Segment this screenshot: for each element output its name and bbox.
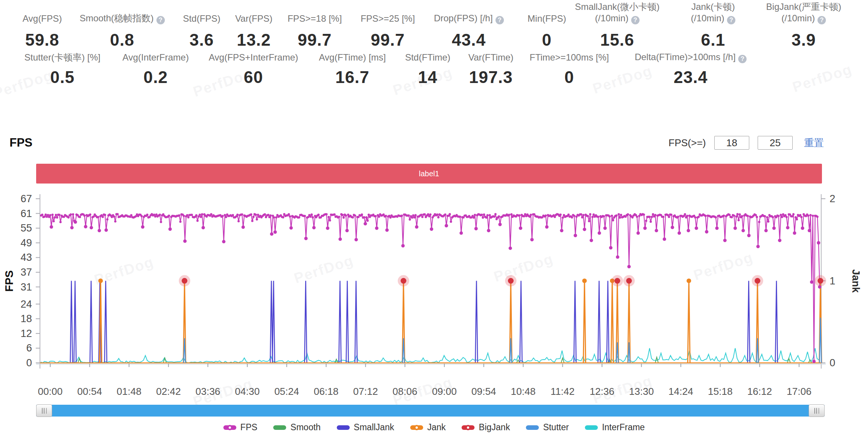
scrollbar-right-handle[interactable] — [809, 404, 825, 417]
metric-value: 16.7 — [319, 68, 386, 87]
metric-item: Avg(FTime) [ms]16.7 — [319, 52, 386, 87]
legend-item-interframe[interactable]: InterFrame — [585, 422, 645, 433]
legend-marker — [585, 425, 598, 430]
metrics-panel: Avg(FPS)59.8Smooth(稳帧指数)?0.8Std(FPS)3.6V… — [0, 0, 868, 95]
svg-text:0: 0 — [26, 357, 32, 369]
metric-label: Var(FTime) — [468, 52, 514, 63]
help-icon[interactable]: ? — [738, 55, 747, 63]
metric-label: Avg(FPS+InterFrame) — [209, 52, 298, 63]
svg-text:15:18: 15:18 — [708, 386, 733, 397]
reset-link[interactable]: 重置 — [804, 136, 824, 150]
metric-value: 43.4 — [434, 30, 504, 49]
label-banner-text: label1 — [419, 169, 439, 178]
metric-item: Min(FPS)0 — [527, 0, 566, 49]
help-icon[interactable]: ? — [818, 16, 826, 24]
svg-text:12: 12 — [21, 328, 32, 339]
chart-legend: FPSSmoothSmallJankJankBigJankStutterInte… — [0, 422, 868, 433]
svg-text:49: 49 — [21, 237, 32, 249]
chart-title: FPS — [10, 136, 32, 150]
help-icon[interactable]: ? — [631, 16, 640, 24]
metric-value: 197.3 — [468, 68, 514, 87]
metric-value: 0 — [530, 68, 609, 87]
svg-text:00:00: 00:00 — [38, 386, 62, 397]
metric-label: Std(FPS) — [183, 13, 221, 24]
metric-value: 59.8 — [22, 30, 62, 49]
metric-value: 0 — [527, 30, 566, 49]
fps-threshold-input-2[interactable] — [758, 136, 793, 150]
legend-label: BigJank — [479, 422, 510, 433]
metric-value: 60 — [209, 68, 298, 87]
label-banner[interactable]: label1 — [36, 164, 822, 184]
scrollbar-left-handle[interactable] — [36, 404, 52, 417]
legend-marker — [526, 425, 539, 430]
metric-item: BigJank(严重卡顿)(/10min)?3.9 — [766, 0, 841, 49]
legend-item-smalljank[interactable]: SmallJank — [337, 422, 394, 433]
metric-value: 3.6 — [183, 30, 221, 49]
legend-label: Smooth — [290, 422, 320, 433]
metric-value: 23.4 — [635, 68, 747, 87]
chart-section-bar: FPS FPS(>=) 重置 — [0, 133, 868, 152]
svg-text:31: 31 — [21, 281, 32, 293]
svg-text:10:48: 10:48 — [511, 386, 535, 397]
help-icon[interactable]: ? — [727, 16, 736, 24]
fps-jank-chart[interactable]: 676155494337312418126021000:0000:5401:48… — [0, 188, 868, 401]
metric-item: Delta(FTime)>100ms [/h]?23.4 — [635, 52, 747, 87]
smalljank-series — [40, 281, 821, 363]
help-icon[interactable]: ? — [495, 16, 504, 24]
metric-value: 0.2 — [123, 68, 189, 87]
svg-text:17:06: 17:06 — [787, 386, 811, 397]
legend-item-fps[interactable]: FPS — [223, 422, 258, 433]
metric-value: 14 — [405, 68, 450, 87]
legend-item-stutter[interactable]: Stutter — [526, 422, 569, 433]
svg-text:09:00: 09:00 — [432, 386, 457, 397]
metric-item: Var(FPS)13.2 — [235, 0, 272, 49]
metric-label: Delta(FTime)>100ms [/h]? — [635, 51, 747, 63]
svg-text:01:48: 01:48 — [117, 386, 142, 397]
legend-label: Jank — [427, 422, 446, 433]
y-axis-left-title: FPS — [3, 270, 15, 292]
metric-item: FPS>=18 [%]99.7 — [288, 0, 342, 49]
legend-marker-dot — [414, 425, 419, 430]
metric-item: FPS>=25 [%]99.7 — [361, 0, 415, 49]
legend-marker — [223, 425, 236, 430]
chart-scrollbar[interactable] — [36, 404, 825, 417]
metric-label: Smooth(稳帧指数)? — [80, 13, 165, 24]
svg-text:07:12: 07:12 — [353, 386, 378, 397]
svg-text:00:54: 00:54 — [77, 386, 102, 397]
legend-label: InterFrame — [602, 422, 645, 433]
metric-item: Drop(FPS) [/h]?43.4 — [434, 0, 504, 49]
metric-label: FTime>=100ms [%] — [530, 52, 609, 63]
metric-item: Avg(InterFrame)0.2 — [123, 52, 189, 87]
legend-item-bigjank[interactable]: BigJank — [462, 422, 510, 433]
svg-text:05:24: 05:24 — [274, 386, 299, 397]
svg-text:0: 0 — [830, 357, 835, 369]
svg-text:37: 37 — [21, 267, 32, 278]
legend-item-jank[interactable]: Jank — [410, 422, 446, 433]
interframe-series — [41, 348, 819, 363]
metric-label: FPS>=25 [%] — [361, 13, 415, 24]
metric-item: Stutter(卡顿率) [%]0.5 — [24, 52, 100, 87]
svg-text:43: 43 — [21, 252, 32, 263]
metric-label: (/10min)? — [575, 13, 660, 24]
metric-label: SmallJank(微小卡顿) — [575, 1, 660, 13]
legend-label: SmallJank — [354, 422, 394, 433]
metric-value: 0.5 — [24, 68, 100, 87]
y-axis-right-title: Jank — [850, 269, 862, 293]
svg-text:55: 55 — [21, 222, 32, 234]
svg-text:04:30: 04:30 — [235, 386, 260, 397]
scrollbar-track[interactable] — [36, 405, 825, 417]
legend-label: FPS — [240, 422, 258, 433]
help-icon[interactable]: ? — [156, 16, 165, 24]
fps-threshold-input-1[interactable] — [714, 136, 749, 150]
svg-text:6: 6 — [26, 342, 32, 354]
metric-label: Min(FPS) — [527, 13, 566, 24]
metric-value: 99.7 — [361, 30, 415, 49]
metric-item: Avg(FPS+InterFrame)60 — [209, 52, 298, 87]
legend-marker-dot — [465, 425, 471, 430]
metric-label: Avg(FTime) [ms] — [319, 52, 386, 63]
svg-text:06:18: 06:18 — [314, 386, 338, 397]
svg-text:13:30: 13:30 — [629, 386, 654, 397]
legend-item-smooth[interactable]: Smooth — [273, 422, 320, 433]
svg-text:14:24: 14:24 — [669, 386, 693, 397]
legend-marker — [273, 425, 286, 430]
